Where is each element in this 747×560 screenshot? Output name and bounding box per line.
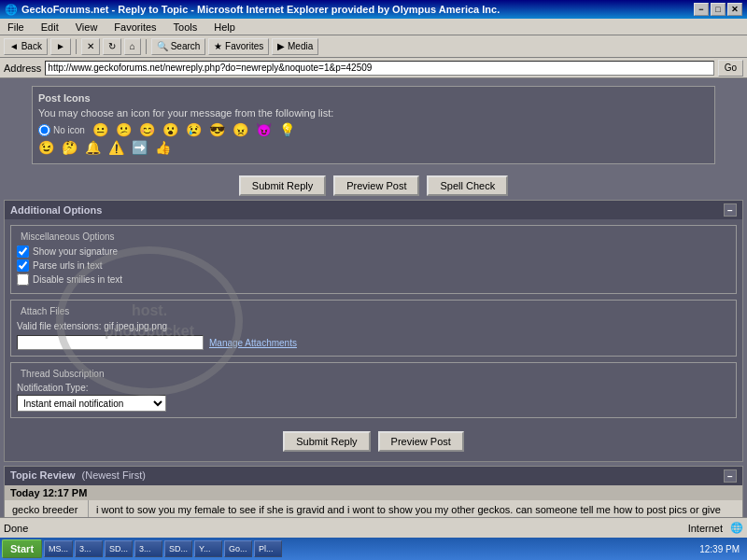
review-header: Topic Review (Newest First) −: [5, 467, 742, 485]
status-text: Done: [4, 523, 684, 534]
review-title: Topic Review (Newest First): [10, 469, 146, 483]
manage-attachments-link[interactable]: Manage Attachments: [209, 338, 297, 348]
stop-btn[interactable]: ✕: [81, 38, 100, 55]
menu-favorites[interactable]: Favorites: [110, 21, 160, 34]
icon-6[interactable]: 😎: [209, 122, 225, 137]
submit-reply-btn-2[interactable]: Submit Reply: [283, 431, 370, 452]
preview-post-btn-2[interactable]: Preview Post: [378, 431, 464, 452]
icon-13[interactable]: ⚠️: [108, 140, 124, 155]
no-icon-input[interactable]: [38, 124, 50, 136]
attach-file-input[interactable]: [17, 335, 204, 350]
misc-legend: Miscellaneous Options: [17, 231, 730, 242]
spell-check-btn[interactable]: Spell Check: [427, 175, 508, 196]
minimize-btn[interactable]: −: [694, 3, 709, 16]
icon-10[interactable]: 😉: [38, 140, 54, 155]
post-icons-box: Post Icons You may choose an icon for yo…: [32, 86, 715, 164]
sig-checkbox[interactable]: [17, 245, 29, 258]
icon-8[interactable]: 😈: [256, 122, 272, 137]
additional-options-panel: Additional Options − Miscellaneous Optio…: [4, 200, 743, 462]
collapse-btn[interactable]: −: [724, 203, 737, 217]
attach-label-row: Valid file extensions: gif,jpeg,jpg,png: [17, 320, 730, 331]
menu-tools[interactable]: Tools: [170, 21, 202, 34]
start-btn[interactable]: Start: [2, 539, 42, 558]
post-icons-title: Post Icons: [38, 92, 709, 104]
status-bar: Done Internet 🌐: [0, 517, 747, 538]
status-zone: Internet: [688, 523, 726, 534]
forward-btn[interactable]: ►: [50, 38, 71, 55]
review-content: Today 12:17 PM gecko breeder i wont to s…: [5, 485, 742, 517]
home-btn[interactable]: ⌂: [124, 38, 141, 55]
icon-7[interactable]: 😠: [233, 122, 248, 137]
go-btn[interactable]: Go: [718, 60, 743, 77]
post-icons-section: Post Icons You may choose an icon for yo…: [13, 86, 734, 164]
menu-edit[interactable]: Edit: [37, 21, 63, 34]
attach-label: Valid file extensions: gif,jpeg,jpg,png: [17, 321, 167, 331]
post-icons-subtitle: You may choose an icon for your message …: [38, 107, 709, 119]
title-bar-controls: − □ ✕: [694, 3, 742, 16]
menu-help[interactable]: Help: [210, 21, 239, 34]
attach-files-box: Attach Files Valid file extensions: gif,…: [10, 300, 737, 357]
menu-file[interactable]: File: [4, 21, 28, 34]
submit-reply-btn-1[interactable]: Submit Reply: [239, 175, 326, 196]
review-collapse-btn[interactable]: −: [724, 469, 737, 483]
notification-select[interactable]: Instant email notification: [17, 395, 166, 412]
separator-1: [76, 39, 77, 54]
refresh-btn[interactable]: ↻: [103, 38, 121, 55]
icon-row-2: 😉 🤔 🔔 ⚠️ ➡️ 👍: [38, 140, 709, 155]
review-subtitle: (Newest First): [82, 469, 146, 481]
icon-9[interactable]: 💡: [279, 122, 295, 137]
taskbar-item-1[interactable]: MS...: [44, 540, 73, 557]
topic-review-panel: Topic Review (Newest First) − Today 12:1…: [4, 466, 743, 517]
taskbar-item-5[interactable]: SD...: [164, 540, 192, 557]
address-label: Address: [4, 63, 41, 74]
menu-view[interactable]: View: [72, 21, 102, 34]
smilies-checkbox[interactable]: [17, 273, 29, 286]
separator-2: [146, 39, 147, 54]
taskbar-item-6[interactable]: Y...: [194, 540, 222, 557]
icon-1[interactable]: 😐: [92, 122, 108, 137]
close-btn[interactable]: ✕: [727, 3, 742, 16]
window-title: GeckoForums.net - Reply to Topic - Micro…: [21, 4, 500, 15]
icon-15[interactable]: 👍: [155, 140, 171, 155]
menu-bar: File Edit View Favorites Tools Help: [0, 19, 747, 35]
additional-options-header: Additional Options −: [5, 201, 742, 219]
parseurls-checkbox[interactable]: [17, 259, 29, 272]
icon-12[interactable]: 🔔: [85, 140, 101, 155]
taskbar-item-3[interactable]: SD...: [105, 540, 133, 557]
media-btn[interactable]: ▶ Media: [272, 38, 318, 55]
taskbar: Start MS... 3... SD... 3... SD... Y... G…: [0, 538, 747, 560]
notification-type-label: Notification Type:: [17, 383, 730, 393]
address-input[interactable]: [45, 61, 713, 76]
search-btn[interactable]: 🔍 Search: [151, 38, 205, 55]
toolbar: ◄ Back ► ✕ ↻ ⌂ 🔍 Search ★ Favorites ▶ Me…: [0, 35, 747, 58]
thread-legend: Thread Subscription: [17, 369, 730, 379]
icon-2[interactable]: 😕: [116, 122, 132, 137]
icon-row-1: No icon 😐 😕 😊 😮 😢 😎 😠 😈 💡: [38, 122, 709, 137]
buttons-row-1: Submit Reply Preview Post Spell Check: [4, 168, 743, 200]
icon-3[interactable]: 😊: [139, 122, 155, 137]
title-bar-left: 🌐 GeckoForums.net - Reply to Topic - Mic…: [5, 4, 500, 16]
additional-options-content: Miscellaneous Options Show your signatur…: [5, 219, 742, 461]
review-date: Today 12:17 PM: [5, 485, 742, 500]
status-zone-icon: 🌐: [730, 522, 743, 534]
icon-5[interactable]: 😢: [186, 122, 202, 137]
additional-options-title: Additional Options: [10, 204, 102, 216]
taskbar-item-4[interactable]: 3...: [134, 540, 162, 557]
icon-11[interactable]: 🤔: [62, 140, 78, 155]
checkbox-smilies: Disable smilies in text: [17, 273, 730, 286]
taskbar-item-2[interactable]: 3...: [75, 540, 103, 557]
maximize-btn[interactable]: □: [711, 3, 726, 16]
icon-14[interactable]: ➡️: [132, 140, 148, 155]
no-icon-radio[interactable]: No icon: [38, 124, 85, 136]
icon-4[interactable]: 😮: [162, 122, 178, 137]
attach-input-row: Manage Attachments: [17, 335, 730, 350]
checkbox-parseurls: Parse urls in text: [17, 259, 730, 272]
preview-post-btn-1[interactable]: Preview Post: [333, 175, 419, 196]
back-btn[interactable]: ◄ Back: [4, 38, 48, 55]
taskbar-item-8[interactable]: Pl...: [254, 540, 282, 557]
window-icon: 🌐: [5, 4, 18, 16]
misc-options-box: Miscellaneous Options Show your signatur…: [10, 225, 737, 294]
attach-legend: Attach Files: [17, 306, 730, 316]
favorites-btn[interactable]: ★ Favorites: [208, 38, 269, 55]
taskbar-item-7[interactable]: Go...: [224, 540, 252, 557]
